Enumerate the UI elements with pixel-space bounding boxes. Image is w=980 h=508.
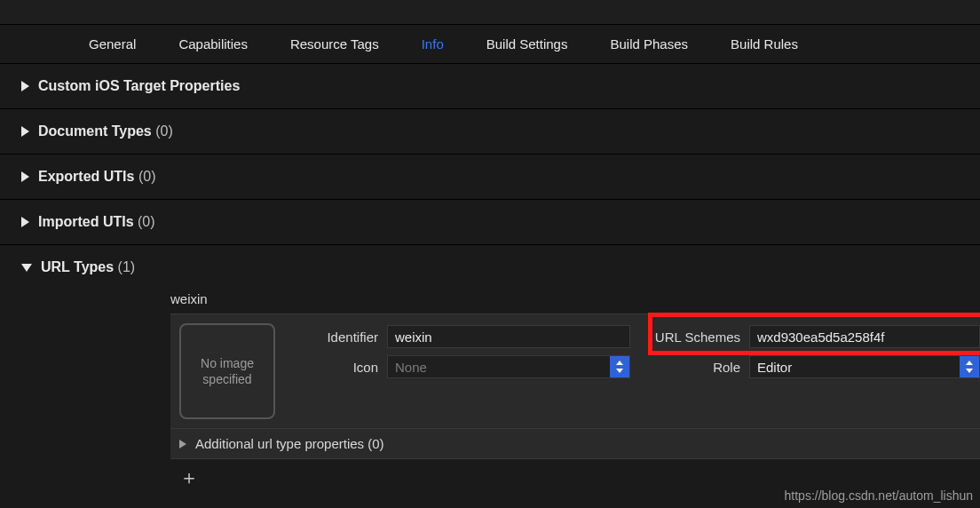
section-title: Exported UTIs (0) bbox=[38, 169, 155, 185]
field-identifier: Identifier bbox=[293, 325, 630, 348]
tab-capabilities[interactable]: Capabilities bbox=[178, 36, 248, 52]
section-document-types: Document Types (0) bbox=[0, 109, 980, 155]
select-stepper-icon bbox=[610, 356, 629, 377]
additional-properties-label: Additional url type properties (0) bbox=[195, 436, 384, 451]
disclosure-triangle-icon bbox=[21, 217, 29, 227]
role-select[interactable]: Editor bbox=[749, 355, 980, 378]
disclosure-triangle-icon bbox=[21, 81, 29, 91]
url-schemes-label: URL Schemes bbox=[648, 329, 740, 345]
add-row: ＋ bbox=[170, 459, 980, 488]
fields-left-column: Identifier Icon None bbox=[293, 323, 630, 378]
identifier-label: Identifier bbox=[293, 329, 378, 345]
section-custom-ios: Custom iOS Target Properties bbox=[0, 64, 980, 109]
field-role: Role Editor bbox=[648, 355, 980, 378]
section-header-exported-utis[interactable]: Exported UTIs (0) bbox=[21, 169, 980, 185]
disclosure-triangle-icon bbox=[21, 171, 29, 182]
section-title: URL Types (1) bbox=[41, 259, 135, 275]
section-count: (0) bbox=[138, 214, 155, 229]
field-url-schemes: URL Schemes bbox=[648, 325, 980, 348]
target-tab-bar: General Capabilities Resource Tags Info … bbox=[0, 25, 980, 64]
url-schemes-input[interactable] bbox=[749, 325, 980, 348]
tab-resource-tags[interactable]: Resource Tags bbox=[290, 36, 379, 52]
section-header-url-types[interactable]: URL Types (1) bbox=[21, 259, 980, 275]
url-types-body: weixin No image specified Identifier Ico… bbox=[21, 275, 980, 488]
icon-label: Icon bbox=[293, 360, 378, 375]
section-header-imported-utis[interactable]: Imported UTIs (0) bbox=[21, 214, 980, 230]
section-count: (1) bbox=[118, 259, 136, 274]
role-select-value: Editor bbox=[750, 356, 960, 377]
field-icon: Icon None bbox=[293, 355, 630, 378]
image-placeholder-text: No image specified bbox=[181, 355, 273, 387]
role-label: Role bbox=[648, 360, 740, 375]
section-title-text: Imported UTIs bbox=[38, 214, 134, 229]
section-count: (0) bbox=[138, 169, 156, 184]
disclosure-triangle-icon bbox=[21, 126, 29, 137]
add-button[interactable]: ＋ bbox=[179, 466, 199, 488]
url-type-name: weixin bbox=[170, 291, 980, 306]
section-title: Imported UTIs (0) bbox=[38, 214, 155, 230]
watermark-text: https://blog.csdn.net/autom_lishun bbox=[785, 488, 973, 503]
section-exported-utis: Exported UTIs (0) bbox=[0, 155, 980, 200]
section-header-document-types[interactable]: Document Types (0) bbox=[21, 123, 980, 139]
tab-build-settings[interactable]: Build Settings bbox=[486, 36, 568, 52]
section-title-text: Exported UTIs bbox=[38, 169, 134, 184]
identifier-input[interactable] bbox=[387, 325, 630, 348]
section-count: (0) bbox=[155, 123, 173, 139]
section-header-custom-ios[interactable]: Custom iOS Target Properties bbox=[21, 78, 980, 94]
section-url-types: URL Types (1) weixin No image specified … bbox=[0, 245, 980, 488]
select-stepper-icon bbox=[960, 356, 979, 377]
section-imported-utis: Imported UTIs (0) bbox=[0, 200, 980, 245]
tab-info[interactable]: Info bbox=[422, 36, 444, 52]
section-title-text: Document Types bbox=[38, 123, 152, 139]
url-type-entry: No image specified Identifier Icon None bbox=[170, 314, 980, 429]
tab-build-phases[interactable]: Build Phases bbox=[610, 36, 688, 52]
section-title: Document Types (0) bbox=[38, 123, 173, 139]
image-well[interactable]: No image specified bbox=[179, 323, 275, 419]
section-title-text: URL Types bbox=[41, 259, 114, 274]
additional-properties-row[interactable]: Additional url type properties (0) bbox=[170, 429, 980, 459]
tab-build-rules[interactable]: Build Rules bbox=[731, 36, 798, 52]
window-top-bar bbox=[0, 0, 980, 25]
icon-select[interactable]: None bbox=[387, 355, 630, 378]
icon-select-value: None bbox=[388, 356, 610, 377]
fields-right-column: URL Schemes Role Editor bbox=[648, 323, 980, 378]
disclosure-triangle-icon bbox=[179, 440, 186, 448]
section-title: Custom iOS Target Properties bbox=[38, 78, 240, 94]
disclosure-triangle-icon bbox=[21, 264, 32, 272]
tab-general[interactable]: General bbox=[89, 36, 136, 52]
